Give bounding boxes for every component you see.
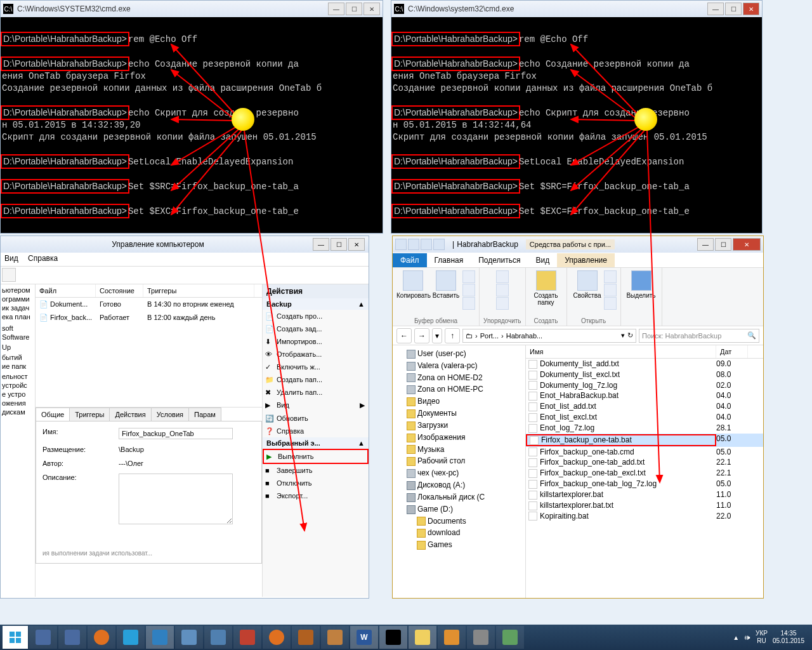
file-row[interactable]: Firfox_backup_one-tab_add.txt22.1 [526,457,763,468]
minimize-button[interactable]: — [697,238,714,251]
cmd-titlebar-left[interactable]: C:\ C:\Windows\SYSTEM32\cmd.exe — ☐ ✕ [1,1,383,17]
qat-button[interactable] [421,239,432,250]
mgmt-titlebar[interactable]: Управление компьютером — ☐ ✕ [1,236,369,253]
file-row[interactable]: Dokumenty_log_7z.log02.0 [526,380,763,391]
btn-copy[interactable]: Копировать [396,269,429,310]
taskbar-app-button[interactable] [29,626,57,649]
ribbon-small-button[interactable] [496,284,509,296]
taskbar-app-button[interactable] [117,626,145,649]
tree-node[interactable]: Рабочий стол [395,455,523,467]
action-item[interactable]: ■Завершить [263,464,369,477]
qat-button[interactable] [395,239,407,250]
taskbar-app-button[interactable] [204,626,232,649]
file-row[interactable]: Kopiraiting.bat22.0 [526,511,763,522]
col-name[interactable]: Имя [526,345,716,358]
tree-node[interactable]: Zona on HOME-D2 [395,372,523,384]
qat-button[interactable] [433,239,445,250]
task-row[interactable]: 📄 Dokument...ГотовоВ 14:30 по вторник еж… [36,298,262,311]
ribbon-small-button[interactable] [496,297,509,310]
menu-help[interactable]: Справка [28,254,58,263]
tray-icon[interactable]: ▲ [733,634,739,641]
tree-node[interactable]: Локальный диск (C [395,491,523,503]
action-item[interactable]: ■Экспорт... [263,489,369,502]
ribbon-small-button[interactable] [604,284,617,296]
tree-node[interactable]: Музыка [395,444,523,456]
file-row[interactable]: Firfox_backup_one-tab.cmd05.0 [526,447,763,458]
mgmt-tree[interactable]: ьютеромограммиик задачека планsoftSoftwa… [1,284,36,597]
task-row[interactable]: 📄 Firfox_back...РаботаетВ 12:00 каждый д… [36,311,262,324]
col-state[interactable]: Состояние [96,284,143,297]
ribbon-small-button[interactable] [462,284,475,296]
btn-properties[interactable]: Свойства [571,269,604,310]
tab-actions[interactable]: Действия [109,408,151,421]
btn-paste[interactable]: Вставить [429,269,462,310]
col-file[interactable]: Файл [36,284,96,297]
taskbar-app-button[interactable] [438,626,466,649]
ribbon-small-button[interactable] [462,270,475,283]
tab-share[interactable]: Поделиться [471,253,528,267]
actions-section-selected[interactable]: Выбранный э...▲ [263,437,369,449]
tree-node[interactable]: Documents [395,515,523,527]
file-row[interactable]: killstartexplorer.bat.txt11.0 [526,500,763,511]
tree-node[interactable]: Документы [395,408,523,420]
qat-button[interactable] [408,239,419,250]
file-row[interactable]: Dokumenty_list_excl.txt08.0 [526,369,763,380]
ribbon-small-button[interactable] [496,270,509,283]
tab-general[interactable]: Общие [36,408,70,421]
btn-select[interactable]: Выделить [625,269,658,299]
close-button[interactable]: ✕ [363,3,380,15]
tree-node[interactable]: Games [395,539,523,551]
nav-back-button[interactable]: ← [396,328,412,343]
file-row[interactable]: Firfox_backup_one-tab.bat05.0 [526,434,763,447]
nav-up-button[interactable]: ↑ [445,328,460,343]
file-row[interactable]: Dokumenty_list_add.txt09.0 [526,359,763,369]
taskbar-app-button[interactable] [292,626,320,649]
taskbar-app-button[interactable] [233,626,261,649]
minimize-button[interactable]: — [313,238,329,251]
taskbar-app-button[interactable] [321,626,349,649]
tree-node[interactable]: User (user-pc) [395,348,523,360]
action-item[interactable]: ▶Вид ▶ [263,399,369,412]
tab-conditions[interactable]: Условия [151,408,189,421]
tab-triggers[interactable]: Триггеры [69,408,110,421]
tray-icon[interactable]: 🕪 [744,634,750,641]
input-description[interactable] [119,474,233,524]
cmd-output-left[interactable]: D:\Portable\HabrahabrBackup>rem @Echo Of… [1,17,383,222]
tree-node[interactable]: Zona on HOME-PC [395,383,523,395]
col-trigger[interactable]: Триггеры [143,284,254,297]
file-row[interactable]: Firfox_backup_one-tab_log_7z.log05.0 [526,479,763,489]
close-button[interactable]: ✕ [348,238,365,251]
explorer-file-list[interactable]: Имя Дат Dokumenty_list_add.txt09.0Dokume… [526,345,763,598]
btn-new-folder[interactable]: Создать папку [530,269,563,306]
action-item[interactable]: ✓Включить ж... [263,361,369,373]
ribbon-small-button[interactable] [604,270,617,283]
action-item[interactable]: 📁Создать пап... [263,373,369,386]
tree-node[interactable]: download [395,527,523,539]
maximize-button[interactable]: ☐ [725,3,742,15]
close-button[interactable]: ✕ [733,238,761,251]
breadcrumb[interactable]: 🗀 ›Port...›Habrahab... ▾↻ [462,329,636,343]
cmd-output-right[interactable]: D:\Portable\HabrahabrBackup>rem @Echo Of… [391,17,762,222]
taskbar-app-button[interactable] [58,626,86,649]
taskbar-explorer-button[interactable] [409,626,436,649]
taskbar-app-button[interactable] [467,626,495,649]
tree-node[interactable]: Valera (valera-pc) [395,360,523,372]
tray-lang[interactable]: УКР [756,630,768,637]
taskbar-firefox-button[interactable] [88,626,115,649]
explorer-titlebar[interactable]: | HabrahabrBackup Средства работы с при.… [393,236,763,253]
input-name[interactable] [119,428,233,439]
maximize-button[interactable]: ☐ [331,238,347,251]
file-row[interactable]: killstartexplorer.bat11.0 [526,489,763,500]
actions-section-backup[interactable]: Backup▲ [263,298,369,310]
tab-manage[interactable]: Управление [557,253,615,267]
tree-node[interactable]: Дисковод (A:) [395,479,523,491]
system-tray[interactable]: ▲ 🕪 УКРRU 14:3505.01.2015 [733,630,809,645]
ribbon-small-button[interactable] [604,297,617,310]
file-row[interactable]: Enot_HabraBackup.bat04.0 [526,390,763,401]
close-button[interactable]: ✕ [743,3,759,15]
taskbar-word-button[interactable]: W [350,626,378,649]
taskbar-firefox-button[interactable] [263,626,291,649]
file-row[interactable]: Firfox_backup_one-tab_excl.txt22.1 [526,468,763,479]
tab-params[interactable]: Парам [188,408,221,421]
action-item[interactable]: 🔄Обновить [263,412,369,425]
